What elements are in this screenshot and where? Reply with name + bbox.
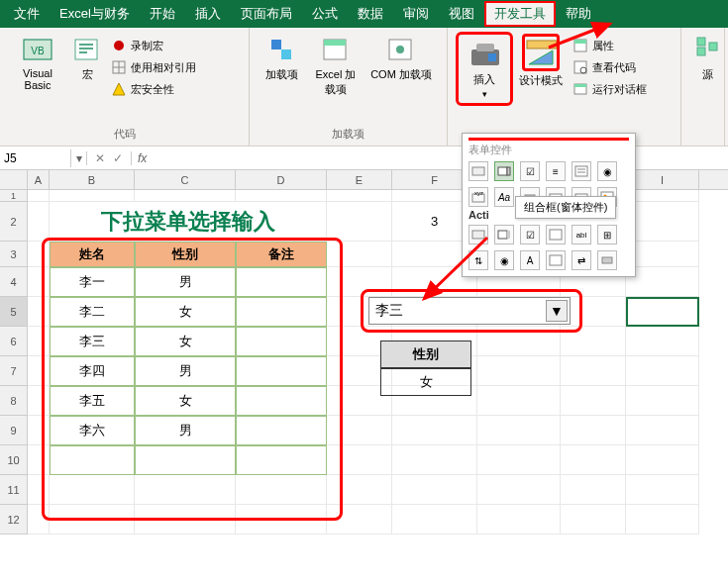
svg-rect-27 <box>574 84 586 87</box>
svg-rect-33 <box>507 167 510 175</box>
combobox-control-icon[interactable] <box>494 161 514 181</box>
header-note[interactable]: 备注 <box>236 242 327 267</box>
col-head-d[interactable]: D <box>236 170 327 189</box>
viewcode-label: 查看代码 <box>592 60 636 75</box>
name-box-dropdown[interactable]: ▾ <box>71 151 87 165</box>
header-sex[interactable]: 性别 <box>135 242 236 267</box>
svg-marker-10 <box>113 83 125 95</box>
row-head-6[interactable]: 6 <box>0 327 28 356</box>
record-macro-button[interactable]: 录制宏 <box>107 36 200 55</box>
ax-check-icon[interactable]: ☑ <box>520 225 540 244</box>
tab-insert[interactable]: 插入 <box>185 1 231 27</box>
ax-spin-icon[interactable]: ⇅ <box>468 250 488 270</box>
svg-text:xyz: xyz <box>474 191 483 196</box>
ax-button-icon[interactable] <box>468 225 488 244</box>
svg-marker-21 <box>529 50 553 64</box>
fx-icon[interactable]: fx <box>131 151 153 165</box>
row-head-4[interactable]: 4 <box>0 267 28 297</box>
listbox-control-icon[interactable] <box>572 161 591 181</box>
tab-layout[interactable]: 页面布局 <box>231 1 302 27</box>
header-name[interactable]: 姓名 <box>50 242 135 267</box>
addin-label: 加载项 <box>265 67 298 82</box>
row-head-3[interactable]: 3 <box>0 242 28 267</box>
macro-button[interactable]: 宏 <box>71 32 103 84</box>
checkbox-control-icon[interactable]: ☑ <box>520 161 540 181</box>
properties-button[interactable]: 属性 <box>569 36 651 55</box>
tab-review[interactable]: 审阅 <box>393 1 439 27</box>
row-head-2[interactable]: 2 <box>0 202 28 242</box>
rundialog-label: 运行对话框 <box>592 82 647 97</box>
ax-option-icon[interactable]: ◉ <box>494 250 514 270</box>
row-head-9[interactable]: 9 <box>0 416 28 445</box>
select-all-corner[interactable] <box>0 170 28 189</box>
properties-icon <box>572 38 588 53</box>
row-head-11[interactable]: 11 <box>0 475 28 505</box>
row-head-1[interactable]: 1 <box>0 190 28 202</box>
run-dialog-button[interactable]: 运行对话框 <box>569 79 651 99</box>
ax-image-icon[interactable] <box>546 250 566 270</box>
mini-header[interactable]: 性别 <box>380 341 471 368</box>
tab-home[interactable]: 开始 <box>140 1 185 27</box>
source-button[interactable]: 源 <box>689 32 725 84</box>
button-control-icon[interactable] <box>468 161 488 181</box>
ax-toggle-icon[interactable] <box>597 250 617 270</box>
row-head-7[interactable]: 7 <box>0 356 28 386</box>
macro-security-button[interactable]: 宏安全性 <box>107 79 200 99</box>
row-head-8[interactable]: 8 <box>0 386 28 416</box>
ax-scroll-icon[interactable]: ⇄ <box>572 250 591 270</box>
svg-rect-3 <box>79 44 93 46</box>
design-mode-button[interactable]: 设计模式 <box>517 32 565 90</box>
svg-rect-49 <box>550 255 562 265</box>
tab-help[interactable]: 帮助 <box>556 1 601 27</box>
row-head-5[interactable]: 5 <box>0 297 28 327</box>
option-control-icon[interactable]: ◉ <box>597 161 617 181</box>
confirm-icon[interactable]: ✓ <box>113 151 123 165</box>
spinner-control-icon[interactable]: ≡ <box>546 161 566 181</box>
name-box[interactable]: J5 <box>0 149 71 167</box>
groupbox-control-icon[interactable]: xyz <box>468 187 488 207</box>
cancel-icon[interactable]: ✕ <box>95 151 105 165</box>
relative-label: 使用相对引用 <box>131 60 196 75</box>
col-head-b[interactable]: B <box>50 170 135 189</box>
ax-combo-icon[interactable] <box>494 225 514 244</box>
props-label: 属性 <box>592 39 614 53</box>
tab-excel-finance[interactable]: Excel与财务 <box>50 1 140 27</box>
ax-list-icon[interactable] <box>546 225 566 244</box>
svg-text:VB: VB <box>31 46 45 56</box>
relative-ref-button[interactable]: 使用相对引用 <box>107 57 200 77</box>
tab-bar: 文件 Excel与财务 开始 插入 页面布局 公式 数据 审阅 视图 开发工具 … <box>0 0 728 28</box>
ax-more-icon[interactable]: ⊞ <box>597 225 617 244</box>
tab-file[interactable]: 文件 <box>4 1 50 27</box>
addin-button[interactable]: 加载项 <box>258 32 305 84</box>
title-cell[interactable]: 下拉菜单选择输入 <box>50 202 327 242</box>
insert-control-button[interactable]: 插入 ▾ <box>461 37 508 101</box>
vb-button[interactable]: VB Visual Basic <box>8 32 67 93</box>
col-head-c[interactable]: C <box>135 170 236 189</box>
combo-dropdown-arrow[interactable]: ▼ <box>546 300 568 322</box>
tab-data[interactable]: 数据 <box>348 1 393 27</box>
macro-icon <box>71 34 103 65</box>
code-icon <box>572 59 588 75</box>
row-head-12[interactable]: 12 <box>0 505 28 535</box>
ax-text-icon[interactable]: abl <box>572 225 591 244</box>
col-head-i[interactable]: I <box>626 170 699 189</box>
source-icon <box>691 34 723 65</box>
macro-label: 宏 <box>82 67 93 82</box>
col-head-a[interactable]: A <box>28 170 50 189</box>
col-head-e[interactable]: E <box>327 170 392 189</box>
svg-point-6 <box>114 41 124 50</box>
view-code-button[interactable]: 查看代码 <box>569 57 651 77</box>
addin-icon <box>265 34 297 65</box>
com-addin-button[interactable]: COM 加载项 <box>366 32 436 84</box>
tab-view[interactable]: 视图 <box>439 1 484 27</box>
tab-formula[interactable]: 公式 <box>302 1 348 27</box>
combobox-control[interactable]: 李三 ▼ <box>368 297 571 325</box>
visual-basic-icon: VB <box>22 34 53 65</box>
excel-addin-button[interactable]: Excel 加载项 <box>309 32 363 99</box>
ax-label-icon[interactable]: A <box>520 250 540 270</box>
row-head-10[interactable]: 10 <box>0 445 28 475</box>
svg-rect-46 <box>498 231 507 239</box>
label-control-icon[interactable]: Aa <box>494 187 514 207</box>
tab-developer[interactable]: 开发工具 <box>484 1 556 27</box>
mini-value[interactable]: 女 <box>380 368 471 396</box>
